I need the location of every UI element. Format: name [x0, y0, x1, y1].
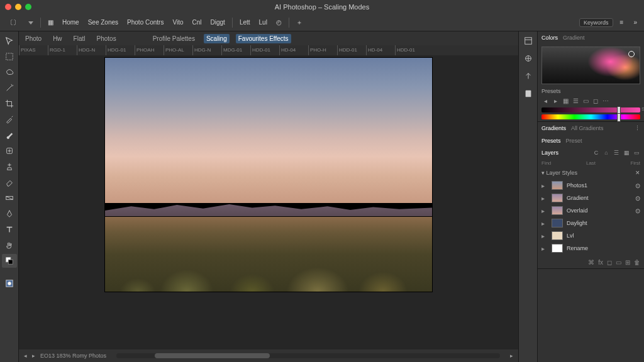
ws-chevron-icon[interactable]: » [630, 17, 640, 28]
move-tool[interactable] [2, 34, 17, 48]
color-picker[interactable] [541, 47, 640, 84]
wand-tool[interactable] [2, 81, 17, 95]
search-input[interactable]: Keywords [579, 18, 613, 27]
close-window-button[interactable] [5, 4, 11, 10]
visibility-icon[interactable]: ▸ [541, 233, 548, 239]
doc-tab[interactable]: Flatl [71, 34, 88, 43]
ws-switch-icon[interactable]: ≡ [617, 17, 627, 28]
clock-icon[interactable]: ◴ [273, 17, 285, 28]
module-tab[interactable]: Profile Palettes [150, 34, 197, 43]
layer-thumb[interactable] [552, 181, 563, 190]
layer-thumb[interactable] [552, 219, 563, 228]
layers-header[interactable]: ▾ Layer Styles [541, 170, 577, 176]
doc-indicator-icon[interactable]: ▸ [32, 353, 35, 359]
module-tab[interactable]: Scaling [204, 34, 230, 43]
visibility-icon[interactable]: ▸ [541, 207, 548, 214]
canvas-image[interactable] [105, 58, 432, 292]
history-icon[interactable] [521, 69, 535, 83]
layer-row[interactable]: ▸Photos1⊙ [538, 179, 644, 192]
layer-thumb[interactable] [552, 244, 563, 253]
first-label[interactable]: First [630, 160, 640, 166]
dropdown-icon[interactable] [25, 17, 36, 28]
mode-thumb-icon[interactable]: ▭ [582, 97, 589, 104]
menu-item[interactable]: Lett [236, 17, 253, 28]
quickmask-tool[interactable] [2, 277, 17, 290]
mode-large-icon[interactable]: ◻ [592, 97, 599, 104]
layer-thumb[interactable] [552, 194, 563, 202]
mode-list-icon[interactable]: ☰ [572, 97, 579, 104]
hand-tool[interactable] [2, 238, 17, 252]
module-tab[interactable]: Favourites Effects [236, 34, 291, 43]
filter-more-icon[interactable]: ▭ [633, 149, 640, 156]
link-layers-icon[interactable]: ⌘ [588, 259, 594, 266]
menu-item[interactable]: Photo Contrs [124, 17, 167, 28]
gradients-alt-tab[interactable]: All Gradients [571, 125, 604, 131]
canvas-area[interactable] [19, 55, 518, 349]
visibility-icon[interactable]: ▸ [541, 220, 548, 226]
add-button[interactable]: ＋ [293, 16, 306, 29]
layer-fx-icon[interactable]: ⊙ [635, 182, 640, 189]
properties-icon[interactable] [521, 34, 535, 48]
zoom-level[interactable]: EO13 183% Romy Photos [40, 353, 106, 359]
new-layer-icon[interactable]: ⊞ [625, 259, 630, 266]
text-tool[interactable] [2, 222, 17, 236]
layer-fx-icon[interactable]: ⊙ [635, 195, 640, 202]
layer-row[interactable]: ▸Daylight [538, 217, 644, 229]
nav-prev-icon[interactable]: ◂ [24, 353, 27, 359]
last-label[interactable]: Last [586, 160, 596, 166]
find-label[interactable]: Find [541, 160, 552, 166]
visibility-icon[interactable]: ▸ [541, 245, 548, 251]
menu-item[interactable]: Diggt [208, 17, 228, 28]
filter-grid-icon[interactable]: ▦ [623, 149, 630, 156]
visibility-icon[interactable]: ▸ [541, 195, 548, 201]
eraser-tool[interactable] [2, 175, 17, 189]
app-menu-icon[interactable]: 〔〕 [4, 16, 23, 29]
clone-tool[interactable] [2, 160, 17, 173]
saturation-slider[interactable]: Shift [541, 107, 640, 112]
menu-item[interactable]: Lul [256, 17, 270, 28]
mode-prev-icon[interactable]: ◂ [541, 97, 549, 104]
presets-tab[interactable]: Presets [541, 138, 561, 144]
gradients-tab[interactable]: Gradients [541, 125, 566, 131]
fg-bg-swatch[interactable] [2, 254, 17, 268]
presets-alt-tab[interactable]: Preset [566, 138, 582, 144]
new-group-icon[interactable]: ▭ [616, 259, 621, 266]
filter-list-icon[interactable]: ☰ [613, 149, 620, 156]
pen-tool[interactable] [2, 207, 17, 221]
layer-row[interactable]: ▸Rename [538, 242, 644, 255]
mode-play-icon[interactable]: ▸ [552, 97, 559, 104]
healing-tool[interactable] [2, 144, 17, 158]
menu-item[interactable]: Vito [169, 17, 186, 28]
layer-mask-icon[interactable]: ◻ [607, 259, 612, 266]
marquee-tool[interactable] [2, 50, 17, 63]
nav-next-icon[interactable]: ▸ [510, 353, 513, 359]
filter-c-icon[interactable]: C [592, 149, 600, 156]
adjustments-icon[interactable] [521, 52, 535, 65]
layer-row[interactable]: ▸Lvl [538, 229, 644, 242]
maximize-window-button[interactable] [25, 4, 31, 10]
menu-item[interactable]: See Zones [85, 17, 121, 28]
layer-row[interactable]: ▸Overlaid⊙ [538, 204, 644, 217]
delete-layer-icon[interactable]: 🗑 [634, 259, 640, 266]
scrollbar-horizontal[interactable] [116, 353, 500, 358]
doc-tab[interactable]: Photos [94, 34, 119, 43]
mode-menu-icon[interactable]: ⋯ [602, 97, 609, 104]
layer-lock-icon[interactable]: ✕ [635, 170, 640, 176]
filter-k-icon[interactable]: ⌂ [602, 149, 610, 156]
brush-tool[interactable] [2, 128, 17, 142]
minimize-window-button[interactable] [15, 4, 21, 10]
doc-tab[interactable]: Photo [23, 34, 44, 43]
eyedropper-tool[interactable] [2, 112, 17, 126]
panel-menu-icon[interactable]: ⋮ [635, 125, 640, 131]
doc-tab[interactable]: Hw [50, 34, 64, 43]
color-tab[interactable]: Colors [541, 35, 558, 41]
gradient-tab[interactable]: Gradient [563, 35, 585, 41]
lasso-tool[interactable] [2, 65, 17, 79]
layer-thumb[interactable] [552, 231, 563, 240]
crop-tool[interactable] [2, 97, 17, 111]
layer-row[interactable]: ▸Gradient⊙ [538, 192, 644, 204]
layer-fx-icon[interactable]: ⊙ [635, 207, 640, 214]
menu-item[interactable]: Cnl [189, 17, 205, 28]
layer-thumb[interactable] [552, 206, 563, 215]
menu-item[interactable]: Home [59, 17, 82, 28]
